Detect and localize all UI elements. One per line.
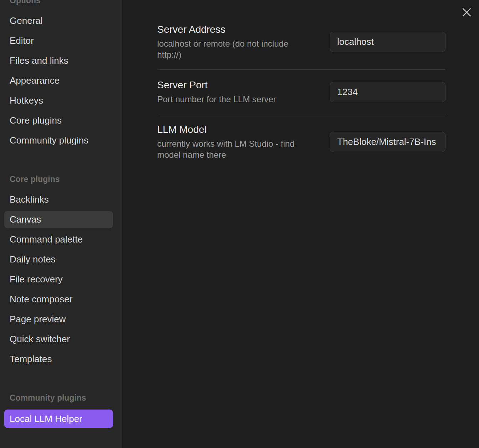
settings-sidebar: OptionsGeneralEditorFiles and linksAppea… [0, 0, 123, 448]
sidebar-item-backlinks[interactable]: Backlinks [4, 191, 113, 208]
sidebar-item-hotkeys[interactable]: Hotkeys [4, 92, 113, 109]
close-button[interactable] [460, 6, 473, 19]
sidebar-heading-core-plugins: Core plugins [10, 173, 113, 185]
sidebar-item-general[interactable]: General [4, 12, 113, 30]
server-port-input[interactable] [330, 82, 445, 102]
settings-content: Server Addresslocalhost or remote (do no… [123, 0, 479, 448]
sidebar-item-canvas[interactable]: Canvas [4, 211, 113, 228]
sidebar-item-command-palette[interactable]: Command palette [4, 231, 113, 248]
close-icon [462, 7, 472, 17]
llm-model-input[interactable] [330, 132, 445, 152]
sidebar-item-templates[interactable]: Templates [4, 350, 113, 368]
sidebar-item-file-recovery[interactable]: File recovery [4, 271, 113, 288]
setting-name: LLM Model [157, 124, 311, 136]
setting-description: localhost or remote (do not include http… [157, 38, 311, 60]
sidebar-item-quick-switcher[interactable]: Quick switcher [4, 330, 113, 348]
sidebar-item-files-and-links[interactable]: Files and links [4, 52, 113, 69]
settings-list: Server Addresslocalhost or remote (do no… [123, 0, 479, 170]
sidebar-item-daily-notes[interactable]: Daily notes [4, 251, 113, 268]
setting-info: Server Addresslocalhost or remote (do no… [157, 24, 311, 60]
sidebar-item-local-llm-helper[interactable]: Local LLM Helper [4, 410, 113, 428]
sidebar-item-core-plugins[interactable]: Core plugins [4, 112, 113, 129]
settings-modal: OptionsGeneralEditorFiles and linksAppea… [0, 0, 479, 448]
setting-row-llm-model: LLM Modelcurrently works with LM Studio … [157, 114, 445, 170]
sidebar-item-appearance[interactable]: Appearance [4, 72, 113, 89]
sidebar-item-editor[interactable]: Editor [4, 32, 113, 50]
setting-info: Server PortPort number for the LLM serve… [157, 79, 276, 105]
setting-row-server-port: Server PortPort number for the LLM serve… [157, 69, 445, 114]
sidebar-item-community-plugins[interactable]: Community plugins [4, 132, 113, 149]
setting-info: LLM Modelcurrently works with LM Studio … [157, 124, 311, 160]
sidebar-item-note-composer[interactable]: Note composer [4, 291, 113, 308]
setting-description: currently works with LM Studio - find mo… [157, 138, 311, 160]
sidebar-heading-community-plugins: Community plugins [10, 392, 113, 404]
sidebar-heading-options: Options [10, 0, 113, 6]
setting-row-server-address: Server Addresslocalhost or remote (do no… [157, 14, 445, 69]
setting-name: Server Port [157, 79, 276, 91]
server-address-input[interactable] [330, 32, 445, 52]
setting-description: Port number for the LLM server [157, 94, 276, 105]
setting-name: Server Address [157, 24, 311, 36]
sidebar-item-page-preview[interactable]: Page preview [4, 311, 113, 328]
